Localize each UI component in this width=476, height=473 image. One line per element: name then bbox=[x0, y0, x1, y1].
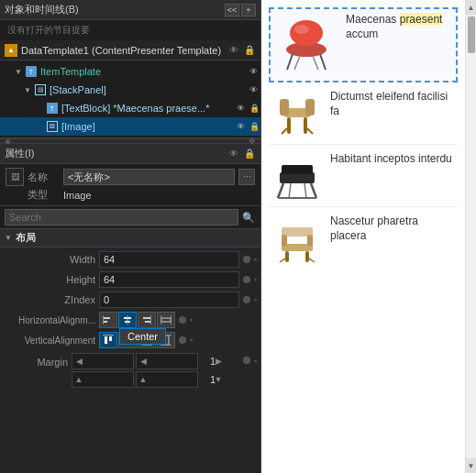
svg-line-29 bbox=[313, 56, 318, 70]
margin-input-bottom[interactable] bbox=[149, 374, 260, 385]
prop-name-input[interactable] bbox=[63, 169, 235, 185]
svg-rect-12 bbox=[105, 336, 107, 344]
margin-arrow-bottom-dec[interactable]: ▲ bbox=[137, 371, 149, 388]
image-icon: 🖼 bbox=[46, 120, 59, 133]
preview-text-3: Habitant inceptos interdu bbox=[330, 152, 454, 167]
tree-label-stackpanel: [StackPanel] bbox=[50, 84, 246, 95]
halign-btn-center[interactable] bbox=[118, 312, 137, 328]
prop-dot-width[interactable] bbox=[243, 256, 250, 263]
properties-panel: 属性(I) 👁 🔒 🖼 名称 ⋯ 类型 Image 🔍 bbox=[0, 144, 260, 473]
tree-label-textblock: [TextBlock] *Maecenas praese...* bbox=[61, 103, 233, 114]
datatemplate-icons: 👁 🔒 bbox=[227, 44, 256, 57]
prop-input-width[interactable] bbox=[99, 251, 239, 268]
svg-line-40 bbox=[278, 183, 283, 198]
scroll-down-btn[interactable]: ▼ bbox=[466, 458, 477, 473]
no-clip-hint: 没有打开的节目提要 bbox=[0, 20, 260, 40]
tree-item-textblock[interactable]: T [TextBlock] *Maecenas praese...* 👁 🔒 bbox=[0, 99, 260, 117]
preview-scrollbar: ▲ ▼ bbox=[465, 0, 476, 473]
tree-item-image[interactable]: 🖼 [Image] 👁 🔒 bbox=[0, 117, 260, 136]
valign-group bbox=[99, 332, 175, 348]
svg-line-36 bbox=[282, 128, 287, 134]
timeline-btn-add[interactable]: + bbox=[241, 4, 256, 16]
tree-eye-image[interactable]: 👁 bbox=[233, 122, 248, 131]
margin-arrow-top-dec[interactable]: ▲ bbox=[72, 371, 85, 388]
tree-lock-image[interactable]: 🔒 bbox=[248, 122, 260, 131]
preview-text-4: Nascetur pharetra placera bbox=[330, 214, 454, 243]
svg-rect-48 bbox=[282, 227, 313, 236]
svg-rect-35 bbox=[304, 117, 307, 134]
prop-section-layout: ▼ 布局 Width ▪ Height ▪ bbox=[0, 229, 260, 392]
svg-rect-21 bbox=[163, 336, 169, 345]
svg-rect-2 bbox=[103, 315, 104, 324]
svg-line-26 bbox=[287, 54, 293, 70]
svg-rect-6 bbox=[143, 317, 151, 319]
datatemplate-row: ▲ DataTemplate1 (ContentPresenter Templa… bbox=[0, 40, 260, 60]
svg-line-27 bbox=[320, 54, 326, 70]
prop-lock-icon[interactable]: 🔒 bbox=[243, 148, 256, 160]
datatemplate-label: DataTemplate1 (ContentPresenter Template… bbox=[21, 45, 224, 56]
margin-spinner-top: ▲ ▼ bbox=[72, 371, 134, 388]
datatemplate-icon: ▲ bbox=[5, 44, 17, 57]
svg-rect-7 bbox=[145, 321, 151, 323]
tree-arrow-itemtemplate bbox=[14, 67, 23, 76]
prop-type-row: 类型 Image bbox=[6, 188, 255, 202]
preview-item-2[interactable]: Dictumst eleifend facilisi fa bbox=[269, 86, 458, 145]
svg-rect-49 bbox=[285, 251, 289, 262]
dt-eye-icon[interactable]: 👁 bbox=[227, 44, 240, 57]
svg-point-30 bbox=[294, 25, 309, 34]
tree-eye-textblock[interactable]: 👁 bbox=[233, 104, 248, 113]
prop-section-header-layout[interactable]: ▼ 布局 bbox=[0, 229, 260, 248]
svg-rect-9 bbox=[161, 318, 171, 322]
scrollbar-thumb[interactable] bbox=[468, 16, 475, 53]
textblock-icon: T bbox=[46, 102, 59, 115]
prop-dot-valign[interactable] bbox=[179, 336, 186, 344]
valign-btn-top[interactable] bbox=[99, 332, 117, 348]
margin-arrow-right-dec[interactable]: ◀ bbox=[137, 353, 149, 369]
svg-rect-39 bbox=[282, 165, 313, 174]
margin-arrow-left-dec[interactable]: ◀ bbox=[72, 353, 85, 369]
prop-edit-btn[interactable]: ⋯ bbox=[238, 169, 255, 185]
halign-btn-right[interactable] bbox=[138, 312, 156, 328]
margin-spinner-right: ◀ ▶ bbox=[136, 353, 198, 369]
search-icon[interactable]: 🔍 bbox=[241, 210, 256, 225]
prop-type-icon: 🖼 bbox=[6, 168, 24, 186]
prop-input-height[interactable] bbox=[99, 271, 239, 288]
preview-text-1: Maecenas praesent accum bbox=[346, 13, 452, 41]
prop-dot-zindex[interactable] bbox=[243, 296, 250, 303]
tree-item-itemtemplate[interactable]: T ItemTemplate 👁 bbox=[0, 62, 260, 81]
tree-arrow-stackpanel bbox=[23, 85, 32, 94]
prop-type-value: Image bbox=[63, 190, 92, 201]
search-input[interactable] bbox=[5, 209, 238, 226]
tree-eye-itemtemplate[interactable]: 👁 bbox=[246, 67, 260, 76]
margin-spinner-bottom: ▲ ▼ bbox=[136, 371, 198, 388]
svg-rect-0 bbox=[103, 317, 110, 319]
valign-btn-bottom[interactable] bbox=[138, 332, 156, 348]
valign-btn-stretch[interactable] bbox=[157, 332, 175, 348]
svg-rect-23 bbox=[161, 345, 172, 346]
prop-input-zindex[interactable] bbox=[99, 292, 239, 308]
prop-dot-margin[interactable] bbox=[243, 357, 250, 364]
dt-lock-icon[interactable]: 🔒 bbox=[243, 44, 256, 57]
timeline-panel: 对象和时间线(B) << + 没有打开的节目提要 ▲ DataTemplate1… bbox=[0, 0, 260, 138]
halign-btn-left[interactable] bbox=[99, 312, 117, 328]
halign-btn-stretch[interactable] bbox=[157, 312, 175, 328]
valign-btn-center[interactable] bbox=[118, 332, 137, 348]
tree-eye-stackpanel[interactable]: 👁 bbox=[246, 85, 260, 94]
svg-rect-5 bbox=[127, 315, 128, 324]
tree-item-stackpanel[interactable]: ▤ [StackPanel] 👁 bbox=[0, 81, 260, 99]
scroll-up-btn[interactable]: ▲ bbox=[466, 0, 477, 15]
chair-image-3 bbox=[272, 152, 323, 203]
svg-line-51 bbox=[280, 258, 285, 262]
prop-row-halign: HorizontalAlignm... bbox=[0, 310, 260, 330]
timeline-header: 对象和时间线(B) << + bbox=[0, 0, 260, 20]
preview-item-3[interactable]: Habitant inceptos interdu bbox=[269, 148, 458, 207]
prop-dot-height[interactable] bbox=[243, 276, 250, 283]
prop-dot-halign[interactable] bbox=[179, 316, 186, 324]
tree-lock-textblock[interactable]: 🔒 bbox=[248, 104, 260, 113]
preview-item-4[interactable]: Nascetur pharetra placera bbox=[269, 211, 458, 269]
preview-item-1[interactable]: Maecenas praesent accum bbox=[269, 7, 458, 82]
timeline-btn-prev[interactable]: << bbox=[225, 4, 239, 16]
prop-eye-icon[interactable]: 👁 bbox=[227, 148, 240, 160]
preview-text-2: Dictumst eleifend facilisi fa bbox=[330, 90, 454, 118]
prop-label-valign: VerticalAlignment bbox=[4, 336, 95, 346]
